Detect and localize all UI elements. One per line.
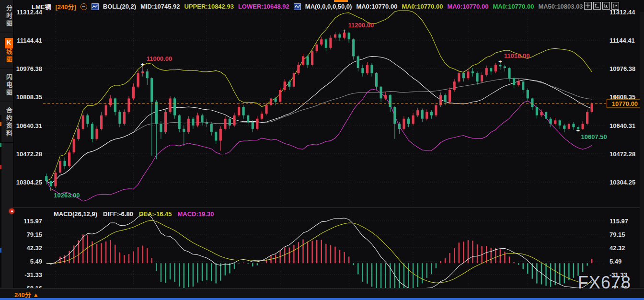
candle-body [109, 98, 112, 105]
sidebar-item-0[interactable]: 分时图 [0, 0, 13, 33]
ma50-line [46, 79, 592, 184]
indicator-next-icon[interactable] [602, 2, 610, 10]
candle-body [311, 51, 313, 65]
sidebar-item-3[interactable]: 合约资料 [0, 102, 13, 143]
ma0-value-yellow: MA0:10770.00 [402, 3, 443, 10]
candle-body [183, 129, 185, 132]
candle-body [238, 107, 240, 115]
ma0-value-magenta: MA0:10770.00 [447, 3, 488, 10]
candle-body [357, 56, 359, 68]
boll-lower-value: LOWER:10648.92 [238, 3, 289, 10]
indicator-header-bar: LME铜 [240分] BOLL(20,2) MID:10745.92 UPPE… [32, 2, 583, 11]
candle-body [95, 129, 98, 139]
candle-body [348, 33, 350, 39]
candle-body [288, 81, 290, 87]
candle-body [398, 124, 401, 129]
candle-body [256, 119, 258, 129]
candle-body [338, 35, 341, 38]
crosshair-icon[interactable] [584, 2, 592, 10]
candle-body [325, 39, 327, 48]
x-axis-bar [0, 288, 644, 299]
chart-canvas[interactable] [0, 0, 644, 300]
candle-body [132, 87, 135, 99]
pane-expand-icon[interactable] [611, 2, 619, 10]
candle-body [527, 90, 529, 99]
candle-body [402, 119, 405, 129]
boll-upper-value: UPPER:10842.93 [184, 3, 234, 10]
candle-body [173, 98, 176, 115]
candle-body [160, 124, 162, 132]
right-edge-panel [640, 12, 644, 288]
candle-body [242, 107, 245, 115]
sidebar-mini-strip [0, 115, 1, 288]
candle-body [275, 98, 277, 102]
candle-body [412, 115, 414, 124]
candle-body [320, 39, 322, 45]
candle-body [462, 73, 465, 79]
candle-body [426, 112, 428, 119]
candle-body [393, 107, 396, 124]
candle-body [416, 110, 419, 115]
candle-body [59, 161, 61, 173]
candle-body [247, 115, 249, 122]
candle-body [554, 120, 556, 124]
candle-body [307, 56, 309, 65]
candle-body [490, 68, 492, 71]
candle-body [430, 112, 433, 115]
ma0-value-white: MA0:10770.00 [356, 3, 397, 10]
candle-body [352, 39, 355, 56]
candle-body [302, 56, 304, 65]
bottom-accent-strip [0, 298, 644, 300]
candle-body [536, 107, 538, 115]
candle-body [508, 68, 510, 78]
sidebar-nav: 分时图K线图闪电图合约资料 [0, 0, 14, 298]
candle-body [421, 110, 424, 119]
candle-body [164, 112, 167, 132]
axis-scale-icon[interactable] [593, 2, 601, 10]
candle-body [118, 112, 121, 124]
indicator-settings-icon[interactable] [9, 208, 14, 214]
sidebar-active-badge: K [5, 38, 13, 48]
candle-body [150, 78, 153, 102]
boll-chart-icon[interactable] [92, 3, 99, 10]
ma50-value: MA50:10803.03 [538, 3, 583, 10]
candle-body [201, 115, 203, 122]
candle-body [141, 71, 144, 73]
candles-layer [45, 31, 593, 189]
trading-app-window: 分时图K线图闪电图合约资料 LME铜 [240分] BOLL(20,2) MID… [0, 0, 644, 300]
sidebar-item-2[interactable]: 闪电图 [0, 69, 13, 102]
mini-mark [0, 122, 1, 126]
macd-diff-line [46, 214, 592, 289]
candle-body [114, 98, 116, 112]
candle-body [582, 124, 584, 129]
period-settings-icon[interactable] [80, 3, 87, 10]
candle-body [86, 115, 89, 124]
boll-mid-value: MID:10745.92 [140, 3, 180, 10]
candle-body [224, 119, 226, 129]
candle-body [284, 81, 286, 90]
candle-body [453, 81, 456, 90]
candle-body [45, 176, 47, 181]
candle-body [513, 78, 515, 85]
pane-divider[interactable] [13, 208, 644, 208]
candle-body [522, 81, 524, 90]
ma-chart-icon[interactable] [294, 3, 301, 10]
bollinger-upper-line [46, 11, 592, 181]
candle-body [531, 98, 533, 107]
candle-body [334, 35, 336, 38]
candle-body [380, 87, 382, 99]
candle-body [476, 73, 478, 82]
candle-body [572, 124, 575, 127]
period-label[interactable]: [240分] [55, 2, 76, 11]
candle-body [219, 129, 222, 141]
candle-body [265, 105, 267, 114]
candle-body [366, 65, 368, 73]
candle-body [540, 112, 542, 115]
candle-body [458, 73, 460, 82]
candle-body [82, 115, 84, 129]
candle-body [384, 95, 387, 98]
sidebar-item-1[interactable]: K线图 [0, 33, 13, 69]
mini-mark [0, 143, 1, 147]
candle-body [504, 67, 506, 69]
candle-body [73, 139, 75, 152]
